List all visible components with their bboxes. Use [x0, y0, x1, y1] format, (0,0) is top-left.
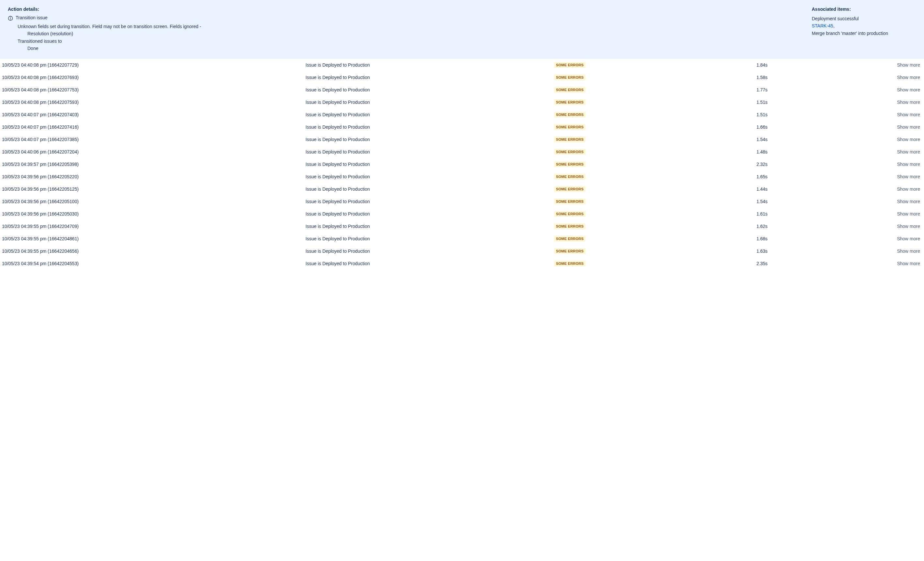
table-row: 10/05/23 04:40:07 pm (16642207403)Issue …: [0, 108, 924, 121]
message-cell: Issue is Deployed to Production: [306, 149, 554, 155]
duration-cell: 1.44s: [756, 186, 830, 192]
message-cell: Issue is Deployed to Production: [306, 224, 554, 229]
transition-issue-row: Transition issue: [8, 15, 799, 21]
duration-cell: 1.54s: [756, 137, 830, 142]
show-more-button[interactable]: Show more: [897, 62, 920, 68]
show-more-button[interactable]: Show more: [897, 162, 920, 167]
action-cell: Show more: [830, 248, 922, 254]
show-more-button[interactable]: Show more: [897, 261, 920, 266]
timestamp-cell: 10/05/23 04:39:55 pm (16642204861): [2, 236, 306, 241]
associated-items-panel: Associated items: Deployment successful …: [812, 6, 916, 52]
message-cell: Issue is Deployed to Production: [306, 137, 554, 142]
message-cell: Issue is Deployed to Production: [306, 248, 554, 254]
duration-cell: 2.35s: [756, 261, 830, 266]
status-badge: SOME ERRORS: [554, 112, 586, 117]
timestamp-cell: 10/05/23 04:39:56 pm (16642205125): [2, 186, 306, 192]
action-cell: Show more: [830, 75, 922, 80]
status-cell: SOME ERRORS: [554, 137, 756, 142]
status-cell: SOME ERRORS: [554, 87, 756, 93]
action-cell: Show more: [830, 62, 922, 68]
status-cell: SOME ERRORS: [554, 161, 756, 167]
table-row: 10/05/23 04:39:55 pm (16642204656)Issue …: [0, 245, 924, 257]
status-cell: SOME ERRORS: [554, 260, 756, 266]
status-cell: SOME ERRORS: [554, 236, 756, 242]
duration-cell: 1.77s: [756, 87, 830, 92]
audit-log-table: 10/05/23 04:40:08 pm (16642207729)Issue …: [0, 59, 924, 270]
deployment-status: Deployment successful: [812, 15, 916, 22]
show-more-button[interactable]: Show more: [897, 137, 920, 142]
show-more-button[interactable]: Show more: [897, 186, 920, 192]
action-details-left: Action details: Transition issue Unknown…: [8, 6, 799, 52]
action-cell: Show more: [830, 211, 922, 217]
duration-cell: 1.63s: [756, 248, 830, 254]
show-more-button[interactable]: Show more: [897, 174, 920, 179]
status-cell: SOME ERRORS: [554, 248, 756, 254]
associated-issue-link[interactable]: STARK-45: [812, 23, 833, 29]
show-more-button[interactable]: Show more: [897, 87, 920, 92]
action-cell: Show more: [830, 162, 922, 167]
message-cell: Issue is Deployed to Production: [306, 75, 554, 80]
message-cell: Issue is Deployed to Production: [306, 261, 554, 266]
status-badge: SOME ERRORS: [554, 124, 586, 130]
duration-cell: 1.48s: [756, 149, 830, 155]
transitioned-label: Transitioned issues to: [18, 38, 799, 45]
associated-issue-line: STARK-45,: [812, 22, 916, 29]
status-cell: SOME ERRORS: [554, 99, 756, 105]
timestamp-cell: 10/05/23 04:39:56 pm (16642205220): [2, 174, 306, 179]
action-details-panel: Action details: Transition issue Unknown…: [0, 0, 924, 59]
action-cell: Show more: [830, 236, 922, 241]
action-cell: Show more: [830, 137, 922, 142]
show-more-button[interactable]: Show more: [897, 112, 920, 117]
table-row: 10/05/23 04:39:57 pm (16642205398)Issue …: [0, 158, 924, 170]
show-more-button[interactable]: Show more: [897, 224, 920, 229]
status-cell: SOME ERRORS: [554, 149, 756, 155]
show-more-button[interactable]: Show more: [897, 99, 920, 105]
svg-point-2: [10, 17, 11, 18]
status-cell: SOME ERRORS: [554, 186, 756, 192]
show-more-button[interactable]: Show more: [897, 211, 920, 217]
action-cell: Show more: [830, 224, 922, 229]
action-cell: Show more: [830, 149, 922, 155]
message-cell: Issue is Deployed to Production: [306, 211, 554, 217]
show-more-button[interactable]: Show more: [897, 236, 920, 241]
timestamp-cell: 10/05/23 04:40:08 pm (16642207693): [2, 75, 306, 80]
status-badge: SOME ERRORS: [554, 174, 586, 180]
commit-message: Merge branch 'master' into production: [812, 30, 916, 37]
message-cell: Issue is Deployed to Production: [306, 62, 554, 68]
table-row: 10/05/23 04:40:08 pm (16642207753)Issue …: [0, 84, 924, 96]
table-row: 10/05/23 04:39:55 pm (16642204709)Issue …: [0, 220, 924, 233]
table-row: 10/05/23 04:39:56 pm (16642205125)Issue …: [0, 183, 924, 195]
status-cell: SOME ERRORS: [554, 112, 756, 117]
associated-issue-suffix: ,: [833, 23, 835, 29]
table-row: 10/05/23 04:39:55 pm (16642204861)Issue …: [0, 233, 924, 245]
table-row: 10/05/23 04:39:54 pm (16642204553)Issue …: [0, 257, 924, 270]
status-badge: SOME ERRORS: [554, 260, 586, 266]
show-more-button[interactable]: Show more: [897, 199, 920, 204]
status-badge: SOME ERRORS: [554, 186, 586, 192]
timestamp-cell: 10/05/23 04:40:07 pm (16642207385): [2, 137, 306, 142]
status-badge: SOME ERRORS: [554, 74, 586, 80]
table-row: 10/05/23 04:39:56 pm (16642205100)Issue …: [0, 195, 924, 208]
message-cell: Issue is Deployed to Production: [306, 87, 554, 92]
status-badge: SOME ERRORS: [554, 87, 586, 93]
show-more-button[interactable]: Show more: [897, 125, 920, 129]
action-cell: Show more: [830, 174, 922, 179]
table-row: 10/05/23 04:40:08 pm (16642207693)Issue …: [0, 71, 924, 84]
show-more-button[interactable]: Show more: [897, 248, 920, 254]
transitioned-value: Done: [27, 45, 799, 52]
message-cell: Issue is Deployed to Production: [306, 162, 554, 167]
show-more-button[interactable]: Show more: [897, 75, 920, 80]
duration-cell: 1.61s: [756, 211, 830, 217]
message-cell: Issue is Deployed to Production: [306, 125, 554, 129]
duration-cell: 1.51s: [756, 99, 830, 105]
duration-cell: 1.62s: [756, 224, 830, 229]
status-badge: SOME ERRORS: [554, 99, 586, 105]
show-more-button[interactable]: Show more: [897, 149, 920, 155]
table-row: 10/05/23 04:40:07 pm (16642207416)Issue …: [0, 121, 924, 133]
status-badge: SOME ERRORS: [554, 161, 586, 167]
message-cell: Issue is Deployed to Production: [306, 236, 554, 241]
action-cell: Show more: [830, 199, 922, 204]
status-cell: SOME ERRORS: [554, 62, 756, 68]
duration-cell: 1.54s: [756, 199, 830, 204]
status-cell: SOME ERRORS: [554, 174, 756, 180]
